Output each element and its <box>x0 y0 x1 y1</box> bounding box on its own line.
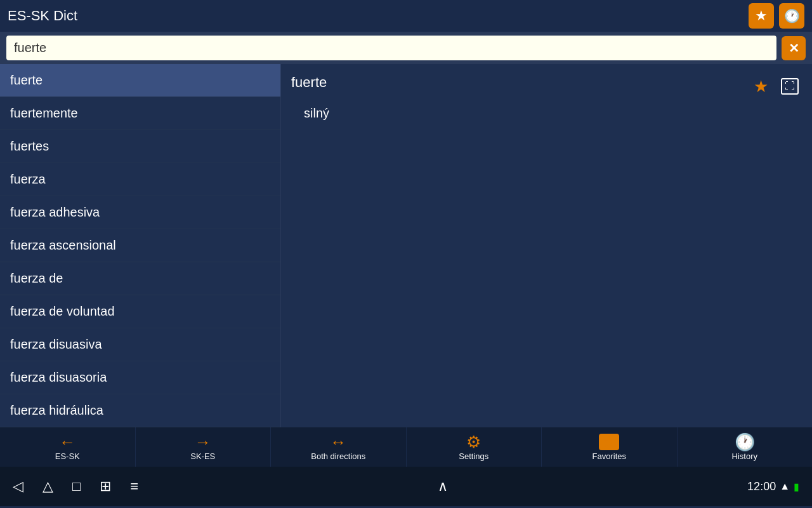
gear-icon: ⚙ <box>466 434 481 450</box>
bottom-nav: ← ES-SK → SK-ES ↔ Both directions ⚙ Sett… <box>0 427 812 467</box>
nav-both-label: Both directions <box>311 451 365 461</box>
history-nav-icon: 🕐 <box>735 434 755 450</box>
expand-icon: ⛶ <box>781 78 799 95</box>
list-item[interactable]: fuertes <box>0 130 280 163</box>
main-content: fuerte fuertemente fuertes fuerza fuerza… <box>0 64 812 427</box>
list-item[interactable]: fuerza hidráulica <box>0 394 280 427</box>
app-header: ES-SK Dict ★ 🕐 <box>0 0 812 32</box>
list-item[interactable]: fuerza de <box>0 262 280 295</box>
list-item[interactable]: fuerza disuasiva <box>0 328 280 361</box>
nav-es-sk-label: ES-SK <box>55 451 80 461</box>
definition-expand-button[interactable]: ⛶ <box>778 74 802 98</box>
clear-button[interactable]: ✕ <box>782 36 806 60</box>
definition-translation: silný <box>291 106 802 121</box>
android-menu-button[interactable]: ≡ <box>130 478 138 495</box>
android-home-button[interactable]: △ <box>43 478 53 495</box>
battery-icon: ▮ <box>794 481 799 493</box>
nav-settings[interactable]: ⚙ Settings <box>407 427 542 467</box>
list-item[interactable]: fuerza de voluntad <box>0 295 280 328</box>
android-grid-button[interactable]: ⊞ <box>100 478 111 495</box>
definition-action-icons: ★ ⛶ <box>749 74 802 98</box>
android-recent-button[interactable]: □ <box>72 478 81 495</box>
star-icon: ★ <box>754 77 768 97</box>
arrow-right-icon: → <box>195 434 211 450</box>
definition-panel: fuerte ★ ⛶ silný <box>281 64 812 427</box>
header-icons: ★ 🕐 <box>749 3 804 29</box>
nav-both-directions[interactable]: ↔ Both directions <box>271 427 407 467</box>
nav-history-label: History <box>732 451 757 461</box>
history-icon: 🕐 <box>784 8 800 23</box>
android-status-bar: ◁ △ □ ⊞ ≡ ∧ 12:00 ▲ ▮ <box>0 467 812 506</box>
header-favorites-button[interactable]: ★ <box>749 3 774 29</box>
nav-favorites-label: Favorites <box>593 451 626 461</box>
definition-header: fuerte ★ ⛶ <box>291 74 802 98</box>
list-item[interactable]: fuerza <box>0 163 280 196</box>
list-item[interactable]: fuerza adhesiva <box>0 196 280 229</box>
nav-es-sk[interactable]: ← ES-SK <box>0 427 136 467</box>
header-history-button[interactable]: 🕐 <box>779 3 804 29</box>
search-bar: ✕ <box>0 32 812 64</box>
time-display: 12:00 <box>747 480 776 493</box>
definition-word: fuerte <box>291 74 327 91</box>
android-center-chevron: ∧ <box>438 478 448 495</box>
nav-favorites[interactable]: ★ Favorites <box>542 427 678 467</box>
search-input[interactable] <box>6 36 776 60</box>
android-status-indicators: 12:00 ▲ ▮ <box>747 480 799 493</box>
star-icon: ★ <box>755 8 768 24</box>
star-filled-icon: ★ <box>599 434 619 450</box>
arrow-left-icon: ← <box>59 434 75 450</box>
wifi-icon: ▲ <box>780 481 790 492</box>
list-item[interactable]: fuerza disuasoria <box>0 361 280 394</box>
app-title: ES-SK Dict <box>8 8 77 24</box>
nav-history[interactable]: 🕐 History <box>678 427 813 467</box>
nav-sk-es-label: SK-ES <box>190 451 215 461</box>
list-item[interactable]: fuerte <box>0 64 280 97</box>
arrow-both-icon: ↔ <box>330 434 346 450</box>
close-icon: ✕ <box>789 41 799 56</box>
android-nav-buttons: ◁ △ □ ⊞ ≡ <box>13 478 138 495</box>
list-item[interactable]: fuertemente <box>0 97 280 130</box>
list-item[interactable]: fuerza ascensional <box>0 229 280 262</box>
definition-favorite-button[interactable]: ★ <box>749 74 773 98</box>
chevron-up-icon: ∧ <box>438 478 448 494</box>
nav-settings-label: Settings <box>459 451 488 461</box>
android-back-button[interactable]: ◁ <box>13 478 23 495</box>
nav-sk-es[interactable]: → SK-ES <box>136 427 272 467</box>
word-list: fuerte fuertemente fuertes fuerza fuerza… <box>0 64 281 427</box>
